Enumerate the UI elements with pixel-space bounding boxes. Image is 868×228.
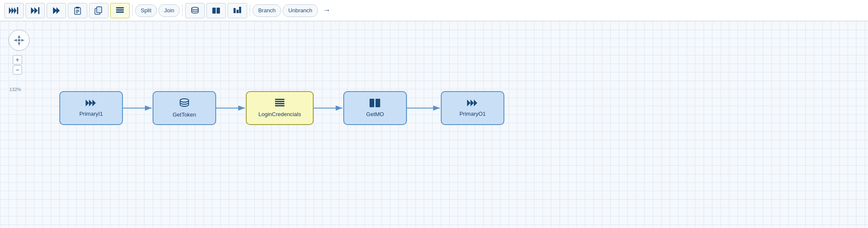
svg-point-38 bbox=[180, 99, 189, 102]
primaryo1-label: PrimaryO1 bbox=[459, 111, 486, 117]
branch-button[interactable]: Branch bbox=[253, 4, 281, 17]
svg-marker-4 bbox=[31, 7, 34, 14]
svg-marker-36 bbox=[89, 100, 92, 106]
svg-rect-21 bbox=[217, 8, 220, 14]
toolbar: Split Join Branch Unbranch → bbox=[0, 0, 868, 21]
svg-rect-3 bbox=[17, 7, 18, 14]
node-getmo[interactable]: GetMO bbox=[343, 91, 407, 125]
node-primaryo1[interactable]: PrimaryO1 bbox=[441, 91, 504, 125]
svg-marker-0 bbox=[9, 7, 11, 14]
svg-marker-45 bbox=[467, 100, 470, 106]
svg-rect-6 bbox=[38, 7, 39, 14]
clipboard-button[interactable] bbox=[68, 3, 87, 18]
columns-button[interactable] bbox=[206, 3, 226, 18]
node-logincredencials[interactable]: LoginCredencials bbox=[246, 91, 314, 125]
logincredencials-label: LoginCredencials bbox=[259, 111, 301, 117]
svg-rect-20 bbox=[212, 8, 216, 14]
gettoken-label: GetToken bbox=[172, 111, 196, 118]
svg-rect-15 bbox=[97, 7, 102, 13]
zoom-controls: + − bbox=[13, 55, 22, 75]
svg-marker-37 bbox=[92, 100, 96, 106]
split-button[interactable]: Split bbox=[135, 4, 157, 17]
run-button[interactable] bbox=[47, 3, 66, 18]
svg-rect-24 bbox=[239, 7, 241, 13]
list-view-button[interactable] bbox=[110, 3, 130, 18]
node-primaryi1[interactable]: PrimaryI1 bbox=[59, 91, 123, 125]
gettoken-icon bbox=[179, 98, 190, 110]
svg-marker-46 bbox=[470, 100, 474, 106]
unbranch-button[interactable]: Unbranch bbox=[283, 4, 317, 17]
svg-marker-27 bbox=[14, 39, 17, 42]
svg-rect-44 bbox=[376, 99, 380, 107]
svg-marker-2 bbox=[14, 7, 17, 14]
svg-marker-25 bbox=[18, 35, 20, 38]
getmo-label: GetMO bbox=[366, 111, 384, 117]
divider-3 bbox=[250, 5, 250, 17]
svg-marker-47 bbox=[474, 100, 477, 106]
getmo-icon bbox=[370, 99, 381, 109]
svg-point-19 bbox=[192, 7, 198, 10]
node-gettoken[interactable]: GetToken bbox=[153, 91, 216, 125]
svg-rect-10 bbox=[76, 7, 79, 8]
svg-rect-43 bbox=[370, 99, 374, 107]
run-fast-button[interactable] bbox=[25, 3, 45, 18]
arrows-layer bbox=[0, 21, 868, 228]
svg-marker-28 bbox=[21, 39, 25, 42]
svg-rect-16 bbox=[116, 7, 124, 8]
divider-1 bbox=[132, 5, 133, 17]
svg-rect-40 bbox=[275, 101, 284, 102]
svg-rect-22 bbox=[234, 8, 236, 13]
primaryi1-label: PrimaryI1 bbox=[79, 111, 103, 117]
divider-2 bbox=[182, 5, 183, 17]
svg-rect-17 bbox=[116, 9, 124, 11]
nav-control[interactable] bbox=[8, 30, 30, 51]
primaryi1-icon bbox=[86, 99, 97, 109]
barchart-button[interactable] bbox=[228, 3, 247, 18]
copy-paste-button[interactable] bbox=[89, 3, 108, 18]
svg-point-29 bbox=[18, 39, 20, 42]
svg-rect-39 bbox=[275, 99, 284, 100]
join-button[interactable]: Join bbox=[159, 4, 180, 17]
database-button[interactable] bbox=[185, 3, 205, 18]
logincredencials-icon bbox=[275, 99, 284, 109]
svg-marker-35 bbox=[86, 100, 89, 106]
svg-rect-41 bbox=[275, 103, 284, 104]
canvas: + − 132% PrimaryI1 bbox=[0, 21, 868, 228]
primaryo1-icon bbox=[467, 99, 478, 109]
arrow-indicator: → bbox=[323, 6, 331, 15]
svg-marker-1 bbox=[11, 7, 14, 14]
svg-rect-9 bbox=[75, 8, 81, 14]
run-all-button[interactable] bbox=[4, 3, 24, 18]
svg-marker-8 bbox=[56, 7, 60, 14]
svg-marker-26 bbox=[18, 42, 20, 46]
svg-rect-23 bbox=[236, 10, 239, 13]
zoom-label: 132% bbox=[9, 87, 21, 92]
zoom-in-button[interactable]: + bbox=[13, 55, 22, 64]
svg-marker-5 bbox=[34, 7, 38, 14]
zoom-out-button[interactable]: − bbox=[13, 65, 22, 75]
svg-rect-42 bbox=[275, 105, 284, 106]
svg-rect-18 bbox=[116, 11, 124, 13]
